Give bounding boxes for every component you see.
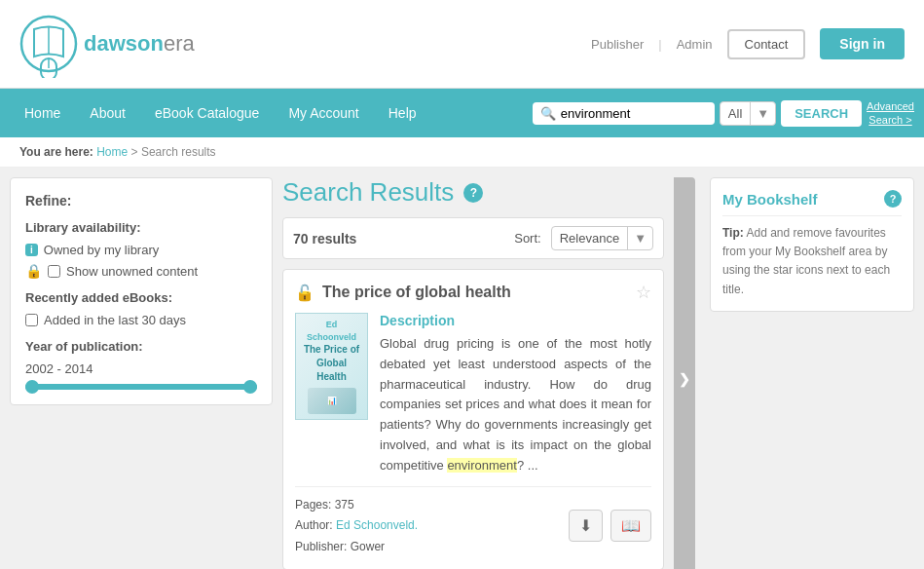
year-section: Year of publication: 2002 - 2014 [25, 339, 257, 390]
year-slider-right-thumb[interactable] [243, 380, 257, 394]
bookshelf-title: My Bookshelf [722, 191, 818, 208]
result-item-body: Ed Schoonveld The Price ofGlobal Health … [295, 313, 651, 476]
result-meta: Pages: 375 Author: Ed Schoonveld. Publis… [295, 495, 418, 558]
show-unowned-checkbox[interactable] [48, 265, 60, 278]
added-30-days-label: Added in the last 30 days [44, 313, 186, 327]
filter-value: All [721, 102, 750, 125]
bookshelf-panel: My Bookshelf ? Tip: Add and remove favou… [710, 177, 914, 569]
search-filter-dropdown[interactable]: All ▼ [720, 101, 776, 126]
bookshelf-box: My Bookshelf ? Tip: Add and remove favou… [710, 177, 914, 312]
publisher-link[interactable]: Publisher [591, 37, 644, 52]
logo: dawsonera [19, 10, 195, 78]
search-input[interactable] [561, 106, 707, 121]
year-slider-left-thumb[interactable] [25, 380, 39, 394]
description-end: ? ... [517, 458, 538, 473]
filter-arrow[interactable]: ▼ [750, 102, 775, 125]
results-header: Search Results ? [282, 177, 664, 208]
results-help-icon[interactable]: ? [463, 183, 483, 203]
description-label: Description [380, 313, 651, 328]
added-30-days-row: Added in the last 30 days [25, 313, 257, 327]
main-layout: Refine: Library availability: i Owned by… [0, 168, 924, 569]
sort-dropdown[interactable]: Relevance ▼ [551, 226, 653, 250]
read-button[interactable]: 📖 [610, 510, 651, 542]
header: dawsonera Publisher | Admin Contact Sign… [0, 0, 924, 89]
description-body: Global drug pricing is one of the most h… [380, 336, 651, 473]
header-actions: Publisher | Admin Contact Sign in [591, 28, 905, 59]
year-slider-track [25, 384, 257, 390]
star-icon[interactable]: ☆ [636, 282, 651, 303]
admin-link[interactable]: Admin [677, 37, 713, 52]
library-availability-title: Library availability: [25, 220, 257, 235]
lock-open-icon: 🔓 [295, 284, 314, 302]
breadcrumb-home[interactable]: Home [96, 145, 128, 159]
bookshelf-tip: Tip: Add and remove favourites from your… [722, 215, 902, 299]
sidebar-panel: Refine: Library availability: i Owned by… [10, 177, 273, 405]
added-30-days-checkbox[interactable] [25, 314, 38, 326]
result-item: 🔓 The price of global health ☆ Ed Schoon… [282, 269, 664, 569]
book-cover: Ed Schoonveld The Price ofGlobal Health … [295, 313, 368, 420]
search-area: 🔍 All ▼ SEARCH Advanced Search > [533, 99, 914, 128]
sidebar: Refine: Library availability: i Owned by… [10, 177, 273, 569]
content-shelf-area: Search Results ? 70 results Sort: Releva… [282, 177, 914, 569]
contact-button[interactable]: Contact [727, 29, 806, 59]
nav-help[interactable]: Help [374, 89, 431, 137]
separator: | [658, 37, 661, 52]
panel-toggle[interactable]: ❯ [674, 177, 695, 569]
breadcrumb-separator: > [131, 145, 138, 159]
results-count: 70 results [293, 231, 504, 247]
recently-added-title: Recently added eBooks: [25, 290, 257, 305]
publisher-info: Publisher: Gower [295, 537, 418, 558]
owned-label: Owned by my library [44, 243, 159, 257]
content-area: Search Results ? 70 results Sort: Releva… [282, 177, 664, 569]
nav-about[interactable]: About [75, 89, 140, 137]
nav-ebook-catalogue[interactable]: eBook Catalogue [140, 89, 274, 137]
refine-label: Refine: [25, 193, 257, 209]
highlight-term: environment [447, 458, 517, 473]
navigation: Home About eBook Catalogue My Account He… [0, 89, 924, 137]
author-info: Author: Ed Schoonveld. [295, 515, 418, 537]
search-icon: 🔍 [540, 106, 556, 121]
action-icons: ⬇ 📖 [569, 510, 651, 542]
result-item-header: 🔓 The price of global health ☆ [295, 282, 651, 303]
results-bar: 70 results Sort: Relevance ▼ [282, 217, 664, 259]
sort-value: Relevance [552, 227, 627, 249]
year-slider-fill [25, 384, 257, 390]
advanced-search-link[interactable]: Advanced Search > [867, 99, 914, 128]
logo-text: dawsonera [84, 31, 195, 57]
sort-label: Sort: [514, 231, 540, 246]
search-input-wrap: 🔍 [533, 102, 715, 125]
logo-icon [19, 10, 78, 78]
year-range-display: 2002 - 2014 [25, 361, 257, 376]
description-text: Global drug pricing is one of the most h… [380, 334, 651, 476]
download-button[interactable]: ⬇ [569, 510, 603, 542]
tip-text: Add and remove favourites from your My B… [722, 226, 890, 296]
author-link[interactable]: Ed Schoonveld. [336, 518, 418, 532]
tip-label: Tip: [722, 226, 744, 240]
nav-my-account[interactable]: My Account [274, 89, 373, 137]
signin-button[interactable]: Sign in [820, 28, 905, 59]
show-unowned-row: 🔒 Show unowned content [25, 263, 257, 279]
breadcrumb: You are here: Home > Search results [0, 137, 924, 168]
year-pub-title: Year of publication: [25, 339, 257, 354]
nav-home[interactable]: Home [10, 89, 75, 137]
results-title: Search Results [282, 177, 454, 208]
bookshelf-help-icon[interactable]: ? [884, 190, 902, 208]
sort-arrow-icon[interactable]: ▼ [627, 227, 652, 249]
breadcrumb-current: Search results [141, 145, 216, 159]
pages-info: Pages: 375 [295, 495, 418, 516]
lock-icon: 🔒 [25, 263, 42, 279]
breadcrumb-label: You are here: [19, 145, 93, 159]
search-button[interactable]: SEARCH [781, 100, 862, 127]
bookshelf-header: My Bookshelf ? [722, 190, 902, 208]
owned-badge: i [25, 244, 38, 256]
show-unowned-label: Show unowned content [66, 264, 198, 279]
toggle-arrow-icon: ❯ [679, 371, 690, 387]
result-footer: Pages: 375 Author: Ed Schoonveld. Publis… [295, 486, 651, 558]
result-item-title: The price of global health [322, 284, 628, 301]
description-area: Description Global drug pricing is one o… [380, 313, 651, 476]
owned-row: i Owned by my library [25, 243, 257, 257]
